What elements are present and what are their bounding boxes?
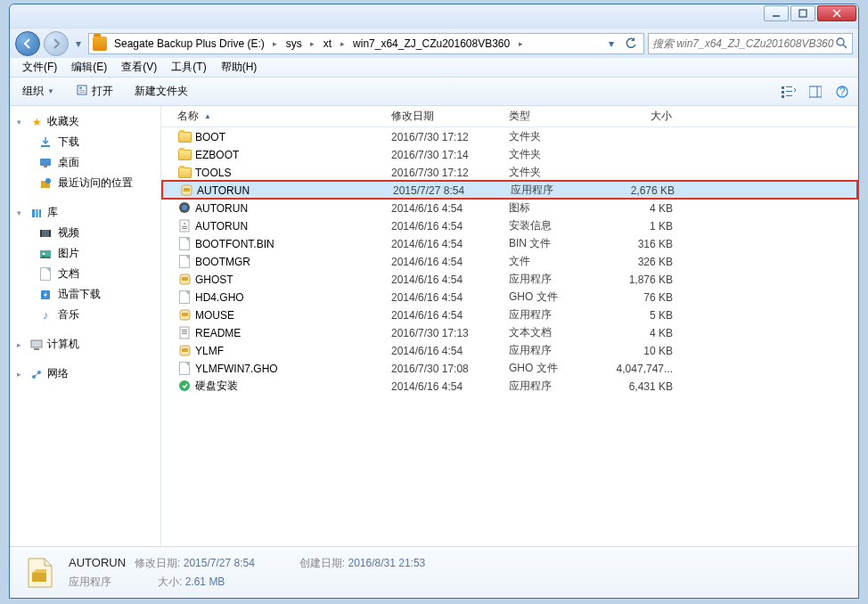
svg-rect-46 [182, 228, 187, 229]
file-row[interactable]: MOUSE2014/6/16 4:54应用程序5 KB [161, 306, 858, 323]
col-type[interactable]: 类型 [504, 106, 603, 127]
crumb-3[interactable]: win7_x64_ZJ_CZu201608VB360 [349, 34, 513, 53]
col-date[interactable]: 修改日期 [386, 106, 504, 127]
crumb-1[interactable]: sys [283, 34, 306, 53]
file-size: 4 KB [603, 327, 685, 339]
file-list-area: 名称▲ 修改日期 类型 大小 BOOT2016/7/30 17:12文件夹EZB… [161, 106, 858, 546]
file-row[interactable]: TOOLS2016/7/30 17:12文件夹 [161, 163, 858, 181]
file-size: 316 KB [603, 238, 685, 250]
view-options-button[interactable] [780, 83, 798, 101]
col-name[interactable]: 名称▲ [161, 106, 386, 127]
file-row[interactable]: GHOST2014/6/16 4:54应用程序1,876 KB [161, 270, 858, 288]
file-row[interactable]: 硬盘安装2014/6/16 4:54应用程序6,431 KB [161, 377, 858, 395]
preview-pane-button[interactable] [807, 83, 824, 101]
svg-rect-54 [182, 333, 187, 334]
file-row[interactable]: BOOTMGR2014/6/16 4:54文件326 KB [161, 252, 858, 270]
chevron-right-icon[interactable]: ▸ [270, 34, 281, 53]
crumb-0[interactable]: Seagate Backup Plus Drive (E:) [111, 34, 268, 53]
file-size: 326 KB [603, 256, 685, 268]
file-icon [177, 308, 192, 322]
file-row[interactable]: AUTORUN2014/6/16 4:54图标4 KB [161, 199, 858, 216]
file-date: 2014/6/16 4:54 [386, 238, 504, 250]
addr-dropdown[interactable]: ▾ [602, 35, 620, 53]
sidebar-item-music[interactable]: ♪音乐 [10, 305, 160, 325]
sidebar-item-thunder[interactable]: 迅雷下载 [10, 284, 160, 305]
file-row[interactable]: EZBOOT2016/7/30 17:14文件夹 [161, 145, 858, 163]
svg-rect-13 [786, 91, 792, 92]
sidebar-item-pictures[interactable]: 图片 [10, 243, 160, 264]
organize-button[interactable]: 组织 ▼ [17, 82, 60, 101]
file-name: MOUSE [195, 309, 234, 322]
file-rows: BOOT2016/7/30 17:12文件夹EZBOOT2016/7/30 17… [161, 127, 858, 546]
collapse-icon: ▾ [17, 118, 26, 127]
svg-point-42 [182, 205, 187, 210]
svg-rect-29 [40, 230, 42, 237]
menu-view[interactable]: 查看(V) [116, 58, 162, 77]
file-row[interactable]: YLMFWIN7.GHO2016/7/30 17:08GHO 文件4,047,7… [161, 359, 858, 377]
help-button[interactable]: ? [833, 83, 851, 101]
file-name: HD4.GHO [195, 291, 244, 304]
svg-rect-1 [799, 10, 807, 17]
menu-tools[interactable]: 工具(T) [166, 58, 211, 77]
chevron-right-icon[interactable]: ▸ [515, 34, 526, 53]
menu-file[interactable]: 文件(F) [17, 58, 62, 77]
svg-rect-27 [39, 209, 41, 217]
sidebar-item-desktop[interactable]: 桌面 [10, 152, 160, 173]
sidebar-computer[interactable]: ▸ 计算机 [10, 334, 160, 355]
file-row[interactable]: BOOT2016/7/30 17:12文件夹 [161, 127, 858, 145]
file-row[interactable]: BOOTFONT.BIN2014/6/16 4:54BIN 文件316 KB [161, 234, 858, 252]
svg-rect-52 [182, 330, 187, 331]
search-icon[interactable] [834, 37, 848, 49]
open-button[interactable]: 打开 [70, 82, 119, 101]
svg-rect-20 [41, 145, 50, 147]
maximize-button[interactable] [790, 5, 815, 21]
file-date: 2014/6/16 4:54 [386, 309, 504, 322]
file-row[interactable]: YLMF2014/6/16 4:54应用程序10 KB [161, 341, 858, 359]
file-date: 2014/6/16 4:54 [386, 256, 504, 268]
search-input[interactable] [652, 37, 834, 50]
details-pane: AUTORUN 修改日期: 2015/7/27 8:54 创建日期: 2016/… [10, 546, 858, 598]
svg-rect-26 [36, 209, 38, 217]
menu-edit[interactable]: 编辑(E) [66, 58, 112, 77]
minimize-button[interactable] [764, 5, 789, 21]
col-size[interactable]: 大小 [603, 106, 685, 127]
file-name: AUTORUN [197, 184, 250, 197]
sidebar-item-videos[interactable]: 视频 [10, 223, 160, 243]
crumb-2[interactable]: xt [320, 34, 335, 53]
back-button[interactable] [15, 31, 40, 56]
svg-rect-21 [40, 159, 51, 166]
file-size: 76 KB [603, 291, 685, 304]
file-type: 应用程序 [504, 272, 603, 287]
file-icon [177, 219, 192, 233]
search-box[interactable] [648, 33, 853, 54]
file-icon [177, 290, 192, 305]
file-row[interactable]: HD4.GHO2014/6/16 4:54GHO 文件76 KB [161, 288, 858, 306]
file-name: README [195, 327, 241, 339]
refresh-button[interactable] [622, 35, 640, 53]
sidebar-network[interactable]: ▸ 网络 [10, 363, 160, 384]
chevron-right-icon[interactable]: ▸ [337, 34, 348, 53]
file-row[interactable]: AUTORUN2014/6/16 4:54安装信息1 KB [161, 216, 858, 234]
sidebar-item-recent[interactable]: 最近访问的位置 [10, 173, 160, 193]
new-folder-button[interactable]: 新建文件夹 [129, 82, 193, 101]
forward-button[interactable] [44, 31, 69, 56]
file-name: 硬盘安装 [195, 379, 238, 394]
close-button[interactable] [817, 5, 856, 21]
file-row[interactable]: AUTORUN2015/7/27 8:54应用程序2,676 KB [161, 180, 858, 200]
file-name: EZBOOT [195, 149, 239, 161]
history-dropdown[interactable]: ▾ [72, 37, 85, 50]
sidebar-libraries[interactable]: ▾ 库 [10, 202, 160, 223]
collapse-icon: ▾ [17, 208, 26, 217]
sidebar-item-downloads[interactable]: 下载 [10, 132, 160, 152]
address-bar[interactable]: Seagate Backup Plus Drive (E:) ▸ sys ▸ x… [88, 33, 644, 54]
video-icon [38, 226, 53, 241]
sidebar-item-documents[interactable]: 文档 [10, 264, 160, 284]
file-date: 2014/6/16 4:54 [386, 380, 504, 393]
file-size: 6,431 KB [603, 380, 685, 393]
menu-help[interactable]: 帮助(H) [216, 58, 263, 77]
svg-point-57 [179, 380, 190, 391]
sidebar-favorites[interactable]: ▾ ★ 收藏夹 [10, 111, 160, 132]
file-row[interactable]: README2016/7/30 17:13文本文档4 KB [161, 323, 858, 341]
svg-text:?: ? [839, 86, 846, 98]
chevron-right-icon[interactable]: ▸ [307, 34, 318, 53]
